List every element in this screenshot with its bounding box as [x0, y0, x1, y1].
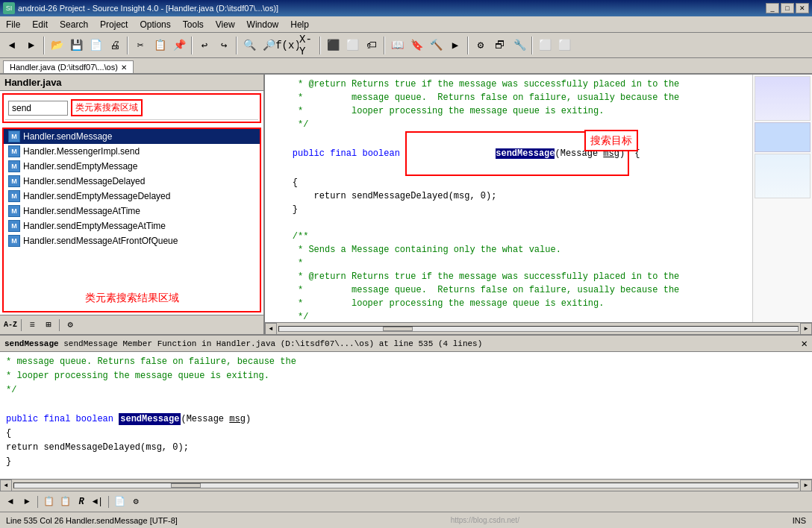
- xy-icon[interactable]: X-Y: [299, 37, 316, 54]
- result-item[interactable]: M Handler.sendMessageAtFrontOfQueue: [4, 233, 260, 248]
- bottom-comment-2: * looper processing the message queue is…: [6, 369, 806, 383]
- result-label: Handler.sendEmptyMessageAtTime: [23, 221, 166, 231]
- toolbar-sep-7: [467, 37, 469, 54]
- result-label: Handler.sendEmptyMessageDelayed: [23, 191, 170, 201]
- minimize-button[interactable]: _: [766, 3, 779, 13]
- code-line: * message queue. Returns false on failur…: [271, 283, 746, 297]
- keyword-public: public: [271, 147, 330, 160]
- bottom-panel-subtitle: sendMessage Member Function in Handler.j…: [63, 339, 482, 348]
- bookmark2-icon[interactable]: 🔖: [407, 37, 425, 54]
- menu-file[interactable]: File: [0, 18, 26, 31]
- nav1-icon[interactable]: ⬛: [324, 37, 342, 54]
- result-item[interactable]: M Handler.sendMessageDelayed: [4, 174, 260, 189]
- result-icon: M: [8, 235, 20, 247]
- bt-nav-icon[interactable]: ◄|: [90, 494, 105, 509]
- restore-button[interactable]: □: [781, 3, 794, 13]
- code-area[interactable]: ➤ * @return Returns true if the message …: [265, 75, 752, 322]
- code-line: * looper processing the message queue is…: [271, 104, 746, 118]
- menu-search[interactable]: Search: [54, 18, 94, 31]
- new-icon[interactable]: 📄: [87, 37, 104, 54]
- bookmark-icon[interactable]: 📖: [388, 37, 406, 54]
- tab-close-icon[interactable]: ✕: [121, 63, 127, 72]
- nav3-icon[interactable]: 🏷: [363, 37, 381, 54]
- nav2-icon[interactable]: ⬜: [343, 37, 361, 54]
- back-icon[interactable]: ◄: [3, 37, 21, 54]
- code-horizontal-scrollbar[interactable]: ◄ ►: [265, 322, 812, 334]
- extra1-icon[interactable]: ⬜: [536, 37, 554, 54]
- print-icon[interactable]: 🖨: [106, 37, 124, 54]
- bottom-panel-close-icon[interactable]: ✕: [802, 337, 808, 350]
- bt-sep-2: [108, 496, 109, 508]
- result-icon: M: [8, 220, 20, 232]
- bt-back-icon[interactable]: ◄: [3, 494, 18, 509]
- keyword-boolean: boolean: [362, 147, 405, 160]
- menu-options[interactable]: Options: [134, 18, 176, 31]
- search-input[interactable]: [8, 101, 68, 116]
- code-line: */: [271, 118, 746, 131]
- paste-icon[interactable]: 📌: [170, 37, 188, 54]
- menu-tools[interactable]: Tools: [177, 18, 210, 31]
- title-bar-left: SI android-26 Project - Source Insight 4…: [3, 2, 278, 14]
- result-icon: M: [8, 190, 20, 202]
- az-icon[interactable]: A-Z: [3, 318, 18, 333]
- title-bar-text: android-26 Project - Source Insight 4.0 …: [18, 4, 278, 13]
- search-icon[interactable]: 🔍: [240, 37, 258, 54]
- close-button[interactable]: ✕: [796, 3, 809, 13]
- code-with-minimap: ➤ * @return Returns true if the message …: [265, 75, 812, 322]
- result-item[interactable]: M Handler.sendMessage: [4, 129, 260, 144]
- result-item[interactable]: M Handler.MessengerImpl.send: [4, 144, 260, 159]
- extra2-icon[interactable]: ⬜: [555, 37, 573, 54]
- save-icon[interactable]: 💾: [67, 37, 85, 54]
- tools2-icon[interactable]: 🔧: [510, 37, 528, 54]
- bt-bookmark-icon[interactable]: 📋: [41, 494, 56, 509]
- scroll-right-button[interactable]: ►: [800, 323, 812, 335]
- build-icon[interactable]: 🔨: [427, 37, 445, 54]
- result-item[interactable]: M Handler.sendEmptyMessage: [4, 159, 260, 174]
- bt-bookmark2-icon[interactable]: 📋: [57, 494, 72, 509]
- code-line: * @return Returns true if the message wa…: [271, 270, 746, 283]
- bottom-scroll-track[interactable]: [13, 483, 799, 488]
- window-icon[interactable]: 🗗: [491, 37, 509, 54]
- tab-handler-java[interactable]: Handler.java (D:\itsdf07\...\os) ✕: [3, 60, 134, 73]
- bottom-panel-header: sendMessage sendMessage Member Function …: [0, 336, 812, 352]
- menu-edit[interactable]: Edit: [26, 18, 54, 31]
- settings-icon[interactable]: ⚙: [63, 318, 78, 333]
- bottom-scroll-thumb[interactable]: [171, 483, 201, 488]
- result-item[interactable]: M Handler.sendMessageAtTime: [4, 204, 260, 219]
- copy-icon[interactable]: 📋: [151, 37, 169, 54]
- bottom-panel: sendMessage sendMessage Member Function …: [0, 334, 812, 491]
- result-item[interactable]: M Handler.sendEmptyMessageDelayed: [4, 189, 260, 204]
- bt-forward-icon[interactable]: ►: [19, 494, 34, 509]
- result-icon: M: [8, 160, 20, 172]
- menu-window[interactable]: Window: [241, 18, 285, 31]
- bt-ref-icon[interactable]: R: [74, 494, 89, 509]
- function-icon[interactable]: f(x): [279, 37, 297, 54]
- editor-main: Handler.java 类元素搜索区域 M Handle: [0, 75, 812, 334]
- scroll-left-button[interactable]: ◄: [265, 323, 277, 335]
- config-icon[interactable]: ⚙: [472, 37, 490, 54]
- scroll-thumb[interactable]: [383, 327, 413, 331]
- bt-file-icon[interactable]: 📄: [112, 494, 127, 509]
- filter-icon[interactable]: ⊞: [41, 318, 56, 333]
- right-panel: ➤ * @return Returns true if the message …: [265, 75, 812, 334]
- bottom-brace-close: }: [6, 455, 806, 469]
- bottom-code-area[interactable]: * message queue. Returns false on failur…: [0, 352, 812, 479]
- results-area-label: 类元素搜索结果区域: [4, 286, 260, 311]
- menu-help[interactable]: Help: [284, 18, 315, 31]
- bottom-scroll-left-button[interactable]: ◄: [0, 480, 12, 491]
- open-icon[interactable]: 📂: [48, 37, 66, 54]
- redo-icon[interactable]: ↪: [215, 37, 233, 54]
- bt-settings-icon[interactable]: ⚙: [128, 494, 143, 509]
- bottom-scroll-right-button[interactable]: ►: [800, 480, 812, 491]
- cut-icon[interactable]: ✂: [131, 37, 149, 54]
- menu-view[interactable]: View: [210, 18, 241, 31]
- result-item[interactable]: M Handler.sendEmptyMessageAtTime: [4, 219, 260, 233]
- run-icon[interactable]: ▶: [446, 37, 464, 54]
- forward-icon[interactable]: ►: [22, 37, 40, 54]
- bottom-horizontal-scrollbar[interactable]: ◄ ►: [0, 479, 812, 491]
- scroll-track[interactable]: [278, 326, 799, 332]
- menu-bar: File Edit Search Project Options Tools V…: [0, 16, 812, 33]
- sort-icon[interactable]: ≡: [25, 318, 40, 333]
- undo-icon[interactable]: ↩: [196, 37, 213, 54]
- menu-project[interactable]: Project: [94, 18, 134, 31]
